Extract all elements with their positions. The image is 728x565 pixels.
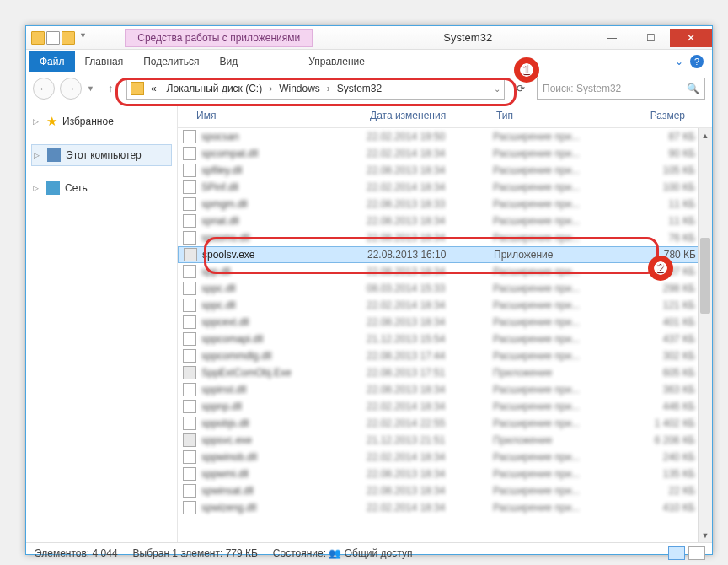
breadcrumb-prefix[interactable]: « bbox=[147, 81, 160, 96]
qat-dropdown-icon[interactable]: ▼ bbox=[77, 31, 89, 45]
history-dropdown-icon[interactable]: ▼ bbox=[87, 84, 94, 93]
file-row[interactable]: sppwmi.dll22.08.2013 18:34Расширение при… bbox=[178, 465, 712, 482]
file-type: Расширение при... bbox=[493, 316, 611, 328]
file-icon bbox=[183, 383, 196, 396]
expand-icon[interactable]: ▷ bbox=[33, 117, 41, 126]
ribbon-expand-icon[interactable]: ⌄ bbox=[675, 56, 683, 67]
breadcrumb[interactable]: Windows bbox=[276, 81, 324, 96]
file-icon bbox=[183, 282, 196, 295]
file-row[interactable]: sppcommdlg.dll22.08.2013 17:44Расширение… bbox=[178, 347, 712, 364]
file-type: Расширение при... bbox=[493, 333, 611, 345]
file-row[interactable]: SppExtComObj.Exe22.08.2013 17:51Приложен… bbox=[178, 364, 712, 381]
status-selected: Выбран 1 элемент: 779 КБ bbox=[133, 547, 258, 559]
back-button[interactable]: ← bbox=[33, 78, 55, 100]
view-details-button[interactable] bbox=[668, 546, 685, 560]
new-folder-icon[interactable] bbox=[62, 31, 75, 45]
status-bar: Элементов: 4 044 Выбран 1 элемент: 779 К… bbox=[26, 542, 712, 562]
expand-icon[interactable]: ▷ bbox=[33, 184, 41, 192]
file-type: Расширение при... bbox=[493, 485, 611, 497]
file-icon bbox=[183, 501, 196, 514]
file-icon bbox=[183, 197, 196, 211]
file-icon bbox=[183, 332, 196, 346]
share-icon: 👥 bbox=[329, 547, 341, 559]
tab-share[interactable]: Поделиться bbox=[133, 51, 209, 72]
scroll-down-icon[interactable]: ▼ bbox=[699, 528, 712, 542]
file-row[interactable]: spmgm.dll22.08.2013 18:33Расширение при.… bbox=[178, 196, 712, 213]
col-size[interactable]: Размер bbox=[608, 107, 692, 124]
file-icon bbox=[183, 130, 196, 143]
address-dropdown-icon[interactable]: ⌄ bbox=[494, 84, 500, 94]
file-row[interactable]: spnat.dll22.08.2013 18:34Расширение при.… bbox=[178, 213, 712, 229]
file-type: Расширение при... bbox=[493, 384, 611, 396]
file-type: Расширение при... bbox=[493, 468, 611, 480]
close-button[interactable]: ✕ bbox=[670, 29, 712, 47]
file-row[interactable]: sppnp.dll22.02.2014 18:34Расширение при.… bbox=[178, 398, 712, 415]
maximize-button[interactable]: ☐ bbox=[631, 29, 670, 47]
file-size: 401 КБ bbox=[611, 316, 695, 328]
help-icon[interactable]: ? bbox=[690, 55, 704, 68]
sidebar-label: Избранное bbox=[62, 116, 114, 127]
file-row[interactable]: spfiley.dll22.08.2013 18:34Расширение пр… bbox=[178, 162, 712, 179]
breadcrumb[interactable]: System32 bbox=[334, 81, 385, 96]
file-row[interactable]: sppcomapi.dll21.12.2013 15:54Расширение … bbox=[178, 331, 712, 347]
tab-view[interactable]: Вид bbox=[209, 51, 248, 72]
file-row[interactable]: spooms.dll22.08.2013 18:34Расширение при… bbox=[178, 229, 712, 246]
sidebar-item-pc[interactable]: ▷ Этот компьютер bbox=[31, 144, 172, 166]
file-size: 363 КБ bbox=[611, 384, 695, 396]
file-type: Расширение при... bbox=[493, 131, 611, 143]
sidebar-item-network[interactable]: ▷ Сеть bbox=[31, 178, 172, 198]
col-type[interactable]: Тип bbox=[490, 107, 608, 124]
file-row[interactable]: sppsvc.exe21.12.2013 21:51Приложение6 20… bbox=[178, 432, 712, 449]
sidebar-item-favorites[interactable]: ▷ ★ Избранное bbox=[31, 110, 172, 132]
search-input[interactable]: Поиск: System32 🔍 bbox=[537, 78, 705, 100]
address-bar[interactable]: « Локальный диск (C:) › Windows › System… bbox=[126, 78, 505, 100]
tab-manage[interactable]: Управление bbox=[298, 51, 375, 72]
chevron-right-icon[interactable]: › bbox=[327, 83, 330, 94]
file-type: Расширение при... bbox=[493, 232, 611, 244]
file-type: Расширение при... bbox=[493, 502, 611, 514]
view-icons-button[interactable] bbox=[688, 546, 705, 560]
star-icon: ★ bbox=[46, 114, 57, 129]
file-row[interactable]: spp.dll22.08.2013 18:34Расширение при...… bbox=[178, 263, 712, 280]
file-icon bbox=[183, 147, 196, 160]
breadcrumb[interactable]: Локальный диск (C:) bbox=[163, 81, 266, 96]
file-row[interactable]: sppwinob.dll22.02.2014 18:34Расширение п… bbox=[178, 449, 712, 465]
file-row[interactable]: spwinsat.dll22.08.2013 18:34Расширение п… bbox=[178, 482, 712, 499]
minimize-button[interactable]: — bbox=[592, 29, 631, 47]
file-name: spp.dll bbox=[201, 266, 367, 277]
file-name: sppobjs.dll bbox=[201, 417, 367, 429]
file-row[interactable]: sppc.dll22.02.2014 18:34Расширение при..… bbox=[178, 297, 712, 314]
up-button[interactable]: ↑ bbox=[99, 78, 121, 100]
properties-icon[interactable] bbox=[46, 31, 60, 45]
file-list[interactable]: spocsan22.02.2014 19:50Расширение при...… bbox=[178, 128, 712, 542]
qat: ▼ bbox=[26, 31, 94, 45]
file-size: 410 КБ bbox=[611, 502, 695, 514]
view-mode-switch bbox=[668, 546, 705, 560]
file-name: SppExtComObj.Exe bbox=[201, 367, 367, 379]
file-row[interactable]: spcompat.dll22.02.2014 18:34Расширение п… bbox=[178, 145, 712, 162]
forward-button[interactable]: → bbox=[60, 78, 82, 100]
scrollbar[interactable]: ▲ ▼ bbox=[698, 128, 712, 542]
context-ribbon-tab[interactable]: Средства работы с приложениями bbox=[125, 29, 313, 47]
status-state: Состояние: 👥 Общий доступ bbox=[273, 547, 413, 559]
col-name[interactable]: Имя bbox=[178, 107, 363, 124]
scroll-thumb[interactable] bbox=[700, 238, 710, 314]
scroll-up-icon[interactable]: ▲ bbox=[699, 128, 712, 143]
file-date: 22.02.2014 18:34 bbox=[367, 181, 493, 193]
file-name: sppwinob.dll bbox=[201, 451, 367, 463]
file-row[interactable]: spoolsv.exe22.08.2013 16:10Приложение780… bbox=[178, 246, 712, 263]
file-icon bbox=[183, 299, 196, 312]
tab-home[interactable]: Главная bbox=[75, 51, 134, 72]
col-date[interactable]: Дата изменения bbox=[363, 107, 490, 124]
file-row[interactable]: SPinf.dll22.02.2014 18:34Расширение при.… bbox=[178, 179, 712, 196]
file-row[interactable]: sppinst.dll22.08.2013 18:34Расширение пр… bbox=[178, 381, 712, 398]
file-row[interactable]: sppc.dll08.03.2014 15:33Расширение при..… bbox=[178, 280, 712, 297]
file-row[interactable]: sppcext.dll22.08.2013 18:34Расширение пр… bbox=[178, 314, 712, 331]
file-name: spwinsat.dll bbox=[201, 485, 367, 497]
file-row[interactable]: sppobjs.dll22.02.2014 22:55Расширение пр… bbox=[178, 415, 712, 432]
file-row[interactable]: spocsan22.02.2014 19:50Расширение при...… bbox=[178, 128, 712, 145]
file-row[interactable]: spwizeng.dll22.02.2014 18:34Расширение п… bbox=[178, 499, 712, 516]
expand-icon[interactable]: ▷ bbox=[34, 151, 42, 159]
tab-file[interactable]: Файл bbox=[29, 51, 75, 72]
chevron-right-icon[interactable]: › bbox=[269, 83, 272, 94]
